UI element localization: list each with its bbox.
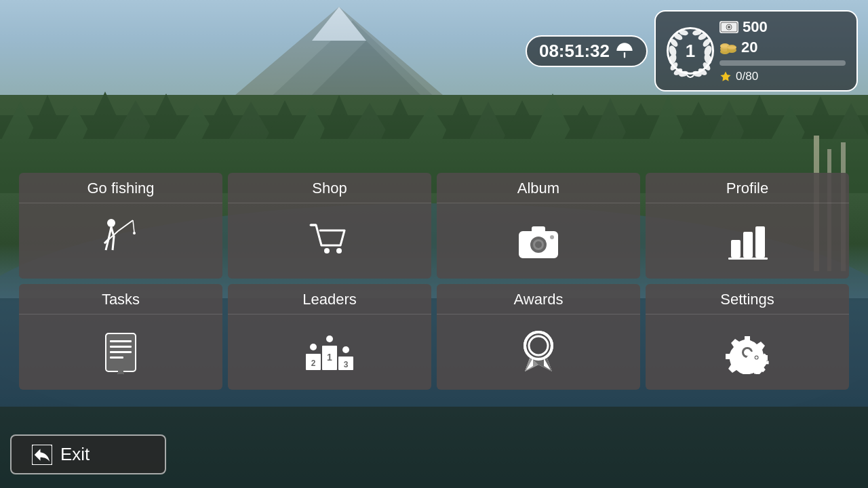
shop-label: Shop (228, 173, 431, 203)
profile-label: Profile (646, 173, 849, 203)
svg-point-102 (326, 336, 333, 342)
time-badge: 08:51:32 (526, 35, 648, 67)
star-icon (719, 70, 732, 83)
menu-item-profile[interactable]: Profile (646, 173, 849, 279)
coins-amount: 20 (741, 39, 757, 56)
exit-label: Exit (60, 444, 90, 465)
bills-amount: 500 (743, 18, 768, 36)
bills-row: 500 (719, 18, 846, 36)
top-bar: 08:51:32 (526, 10, 858, 92)
go-fishing-icon (19, 203, 222, 279)
svg-point-80 (535, 241, 542, 248)
xp-bar-container (719, 60, 846, 66)
album-label: Album (437, 173, 640, 203)
svg-line-72 (133, 220, 134, 232)
shop-icon (228, 203, 431, 279)
menu-item-shop[interactable]: Shop (228, 173, 431, 279)
svg-point-108 (529, 336, 548, 355)
exit-icon (32, 445, 52, 465)
settings-icon (646, 314, 849, 390)
svg-rect-90 (110, 346, 132, 348)
bills-icon (719, 21, 738, 33)
tasks-icon (19, 314, 222, 390)
podium-icon: 1 2 3 (306, 332, 353, 373)
svg-point-74 (324, 248, 330, 253)
coins-row: 20 (719, 39, 846, 56)
svg-point-115 (755, 356, 758, 359)
svg-rect-81 (532, 226, 545, 233)
svg-rect-83 (731, 240, 741, 258)
svg-rect-95 (118, 369, 123, 374)
camera-icon (517, 222, 560, 260)
exit-button[interactable]: Exit (10, 434, 166, 474)
svg-text:2: 2 (311, 359, 316, 368)
tasks-label: Tasks (19, 284, 222, 314)
menu-item-go-fishing[interactable]: Go fishing (19, 173, 222, 279)
album-icon (437, 203, 640, 279)
svg-text:3: 3 (344, 360, 349, 369)
svg-point-104 (342, 346, 349, 353)
awards-label: Awards (437, 284, 640, 314)
menu-grid: Go fishing Shop Al (19, 173, 849, 390)
checklist-icon (102, 331, 140, 374)
cart-icon (308, 220, 351, 263)
svg-point-73 (133, 232, 136, 235)
svg-point-70 (727, 46, 736, 49)
rank-number: 1 (686, 41, 695, 62)
settings-label: Settings (646, 284, 849, 314)
xp-row: 0/80 (719, 70, 846, 83)
svg-point-82 (550, 235, 554, 239)
leaders-icon: 1 2 3 (228, 314, 431, 390)
svg-rect-84 (743, 232, 753, 258)
coins-icon (719, 41, 737, 54)
xp-display: 0/80 (736, 70, 758, 83)
svg-point-63 (728, 26, 730, 28)
svg-point-75 (336, 248, 342, 253)
time-display: 08:51:32 (539, 41, 610, 62)
svg-text:1: 1 (327, 352, 332, 363)
menu-item-leaders[interactable]: Leaders 1 2 3 (228, 284, 431, 390)
go-fishing-label: Go fishing (19, 173, 222, 203)
stats-badge: 1 500 (654, 10, 858, 92)
rank-badge: 1 (667, 27, 714, 75)
stats-right: 500 20 (719, 18, 846, 83)
svg-point-103 (310, 344, 317, 350)
menu-item-settings[interactable]: Settings (646, 284, 849, 390)
svg-rect-89 (110, 340, 132, 342)
menu-item-album[interactable]: Album (437, 173, 640, 279)
barchart-icon (726, 220, 769, 263)
profile-icon (646, 203, 849, 279)
svg-point-71 (107, 219, 115, 227)
svg-rect-86 (728, 258, 768, 260)
leaders-label: Leaders (228, 284, 431, 314)
menu-item-awards[interactable]: Awards (437, 284, 640, 390)
gear-icon (724, 331, 770, 374)
svg-rect-85 (755, 226, 765, 258)
ribbon-icon (519, 329, 557, 375)
menu-item-tasks[interactable]: Tasks (19, 284, 222, 390)
svg-rect-91 (110, 351, 132, 353)
fishing-person-icon (99, 218, 142, 265)
awards-icon (437, 314, 640, 390)
svg-rect-92 (110, 357, 123, 359)
umbrella-icon (615, 41, 634, 60)
